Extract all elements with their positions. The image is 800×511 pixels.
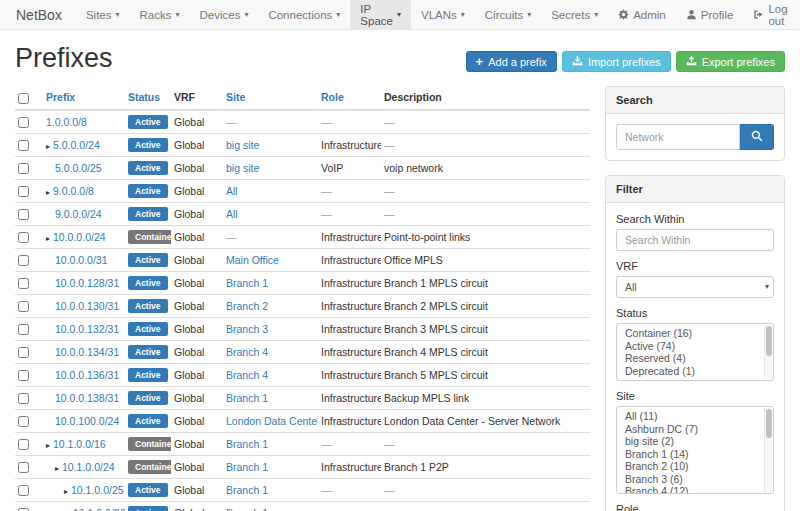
admin-link[interactable]: Admin xyxy=(608,0,676,29)
prefix-link[interactable]: 9.0.0.0/24 xyxy=(55,208,102,220)
site-link[interactable]: Branch 2 xyxy=(226,300,268,312)
search-button[interactable] xyxy=(740,124,774,150)
row-checkbox[interactable] xyxy=(18,462,29,473)
column-header-status[interactable]: Status xyxy=(125,86,171,110)
site-cell: big site xyxy=(223,133,318,156)
table-row: 10.1.0.0/26 Active Global Branch 1 — — xyxy=(15,501,590,511)
listbox-option[interactable]: Ashburn DC (7) xyxy=(617,423,763,436)
depth-indent xyxy=(46,493,64,494)
prefix-link[interactable]: 10.0.0.132/31 xyxy=(55,323,119,335)
row-checkbox[interactable] xyxy=(18,416,29,427)
site-link[interactable]: Branch 3 xyxy=(226,323,268,335)
row-checkbox[interactable] xyxy=(18,278,29,289)
scrollbar-thumb[interactable] xyxy=(766,326,772,356)
status-badge: Active xyxy=(128,161,168,175)
row-checkbox[interactable] xyxy=(18,370,29,381)
scrollbar-thumb[interactable] xyxy=(766,409,772,438)
prefix-link[interactable]: 10.0.0.130/31 xyxy=(55,300,119,312)
listbox-option[interactable]: Branch 2 (10) xyxy=(617,460,763,473)
listbox-option[interactable]: Branch 4 (12) xyxy=(617,485,763,494)
prefix-link[interactable]: 10.0.100.0/24 xyxy=(55,415,119,427)
nav-item-sites[interactable]: Sites▾ xyxy=(76,0,130,29)
listbox-option[interactable]: Active (74) xyxy=(617,340,763,353)
prefix-link[interactable]: 1.0.0.0/8 xyxy=(46,116,87,128)
prefix-link[interactable]: 5.0.0.0/25 xyxy=(55,162,102,174)
prefix-link[interactable]: 10.0.0.136/31 xyxy=(55,369,119,381)
site-link[interactable]: London Data Center xyxy=(226,415,318,427)
site-cell: Branch 1 xyxy=(223,455,318,478)
search-within-input[interactable] xyxy=(616,229,774,251)
prefix-link[interactable]: 10.1.0.0/16 xyxy=(53,438,106,450)
listbox-option[interactable]: Reserved (4) xyxy=(617,352,763,365)
nav-item-circuits[interactable]: Circuits▾ xyxy=(475,0,541,29)
role-cell: — xyxy=(318,179,381,202)
site-link[interactable]: big site xyxy=(226,162,259,174)
row-checkbox[interactable] xyxy=(18,255,29,266)
export-prefixes-button[interactable]: Export prefixes xyxy=(676,51,785,72)
row-checkbox[interactable] xyxy=(18,485,29,496)
column-header-site[interactable]: Site xyxy=(223,86,318,110)
prefix-link[interactable]: 10.0.0.0/24 xyxy=(53,231,106,243)
listbox-option[interactable]: Container (16) xyxy=(617,327,763,340)
row-checkbox[interactable] xyxy=(18,301,29,312)
site-link[interactable]: Branch 1 xyxy=(226,392,268,404)
import-prefixes-button[interactable]: Import prefixes xyxy=(562,51,671,72)
row-checkbox[interactable] xyxy=(18,232,29,243)
listbox-option[interactable]: All (11) xyxy=(617,410,763,423)
status-badge: Active xyxy=(128,253,168,267)
nav-item-racks[interactable]: Racks▾ xyxy=(130,0,190,29)
prefix-link[interactable]: 10.0.0.138/31 xyxy=(55,392,119,404)
listbox-option[interactable]: big site (2) xyxy=(617,435,763,448)
prefix-link[interactable]: 10.0.0.134/31 xyxy=(55,346,119,358)
prefix-link[interactable]: 10.0.0.0/31 xyxy=(55,254,108,266)
nav-item-vlans[interactable]: VLANs▾ xyxy=(411,0,475,29)
prefix-link[interactable]: 10.1.0.0/24 xyxy=(62,461,115,473)
nav-item-secrets[interactable]: Secrets▾ xyxy=(541,0,608,29)
site-link[interactable]: Branch 1 xyxy=(226,438,268,450)
prefix-link[interactable]: 9.0.0.0/8 xyxy=(53,185,94,197)
column-header-role[interactable]: Role xyxy=(318,86,381,110)
site-filter-listbox[interactable]: All (11)Ashburn DC (7)big site (2)Branch… xyxy=(616,406,774,494)
select-all-checkbox[interactable] xyxy=(18,93,29,104)
description-cell: Backup MPLS link xyxy=(381,386,590,409)
profile-link[interactable]: Profile xyxy=(676,0,744,29)
row-checkbox[interactable] xyxy=(18,117,29,128)
row-checkbox[interactable] xyxy=(18,347,29,358)
depth-indent xyxy=(46,355,55,356)
vrf-select[interactable]: All ▾ xyxy=(616,276,774,298)
site-link[interactable]: big site xyxy=(226,139,259,151)
listbox-option[interactable]: Deprecated (1) xyxy=(617,365,763,378)
listbox-option[interactable]: Branch 3 (6) xyxy=(617,473,763,486)
nav-item-ip-space[interactable]: IP Space▾ xyxy=(350,0,411,29)
log-out-link[interactable]: Log out xyxy=(743,0,797,29)
site-link[interactable]: Main Office xyxy=(226,254,279,266)
row-checkbox[interactable] xyxy=(18,163,29,174)
listbox-option[interactable]: Branch 1 (14) xyxy=(617,448,763,461)
row-checkbox[interactable] xyxy=(18,393,29,404)
chevron-down-icon: ▾ xyxy=(527,10,531,19)
status-filter-listbox[interactable]: Container (16)Active (74)Reserved (4)Dep… xyxy=(616,323,774,381)
site-link[interactable]: Branch 1 xyxy=(226,507,268,511)
prefix-link[interactable]: 10.1.0.0/25 xyxy=(71,484,124,496)
add-prefix-button[interactable]: + Add a prefix xyxy=(466,51,557,72)
search-input[interactable] xyxy=(616,124,740,150)
prefix-link[interactable]: 10.1.0.0/26 xyxy=(73,507,125,511)
prefix-link[interactable]: 5.0.0.0/24 xyxy=(53,139,100,151)
site-link[interactable]: Branch 4 xyxy=(226,369,268,381)
site-link[interactable]: All xyxy=(226,208,238,220)
row-checkbox[interactable] xyxy=(18,209,29,220)
brand-logo[interactable]: NetBox xyxy=(0,0,76,29)
site-link[interactable]: All xyxy=(226,185,238,197)
nav-item-connections[interactable]: Connections▾ xyxy=(258,0,350,29)
nav-item-devices[interactable]: Devices▾ xyxy=(189,0,258,29)
row-checkbox[interactable] xyxy=(18,186,29,197)
column-header-prefix[interactable]: Prefix xyxy=(43,86,125,110)
row-checkbox[interactable] xyxy=(18,324,29,335)
prefix-link[interactable]: 10.0.0.128/31 xyxy=(55,277,119,289)
site-link[interactable]: Branch 1 xyxy=(226,461,268,473)
site-link[interactable]: Branch 1 xyxy=(226,277,268,289)
site-link[interactable]: Branch 4 xyxy=(226,346,268,358)
row-checkbox[interactable] xyxy=(18,140,29,151)
site-link[interactable]: Branch 1 xyxy=(226,484,268,496)
row-checkbox[interactable] xyxy=(18,439,29,450)
